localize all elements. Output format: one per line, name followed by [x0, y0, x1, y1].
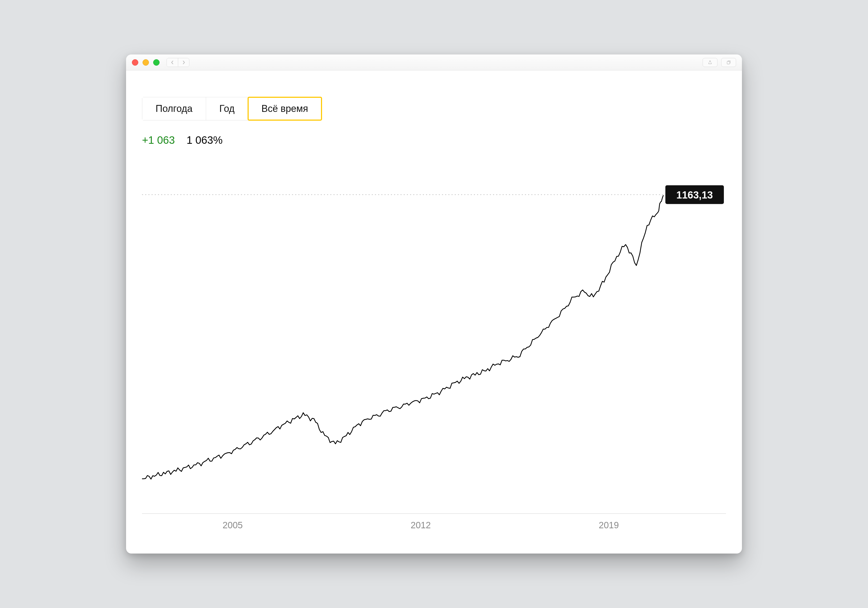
stat-percent: 1 063%	[186, 134, 223, 146]
stats-row: +1 063 1 063%	[142, 134, 726, 146]
x-ticks: 200520122019	[223, 520, 619, 530]
nav-back-button[interactable]	[167, 58, 178, 67]
chevron-right-icon	[182, 60, 186, 64]
share-button[interactable]	[702, 58, 718, 67]
line-chart: 1163,13 200520122019	[142, 169, 726, 538]
period-tabs: Полгода Год Всё время	[142, 97, 322, 121]
chart-container: 1163,13 200520122019	[142, 169, 726, 538]
nav-forward-button[interactable]	[178, 58, 189, 67]
titlebar	[126, 54, 742, 70]
series-line	[142, 196, 663, 479]
x-tick-label: 2019	[599, 520, 619, 530]
tab-year[interactable]: Год	[206, 97, 248, 120]
content-area: Полгода Год Всё время +1 063 1 063% 1163…	[126, 70, 742, 554]
x-tick-label: 2012	[411, 520, 431, 530]
tabs-icon	[726, 60, 731, 65]
chevron-left-icon	[170, 60, 174, 64]
close-icon[interactable]	[132, 59, 138, 66]
tabs-button[interactable]	[721, 58, 736, 67]
maximize-icon[interactable]	[153, 59, 160, 66]
minimize-icon[interactable]	[143, 59, 149, 66]
svg-rect-0	[727, 61, 730, 64]
tab-all-time[interactable]: Всё время	[248, 97, 321, 120]
value-badge-text: 1163,13	[676, 189, 713, 200]
x-tick-label: 2005	[223, 520, 243, 530]
share-icon	[708, 60, 712, 65]
tab-half-year[interactable]: Полгода	[142, 97, 206, 120]
traffic-lights	[132, 59, 160, 66]
value-badge: 1163,13	[665, 185, 724, 204]
app-window: Полгода Год Всё время +1 063 1 063% 1163…	[126, 54, 742, 554]
toolbar-right	[702, 58, 736, 67]
nav-back-forward	[166, 58, 189, 67]
stat-absolute: +1 063	[142, 134, 175, 146]
